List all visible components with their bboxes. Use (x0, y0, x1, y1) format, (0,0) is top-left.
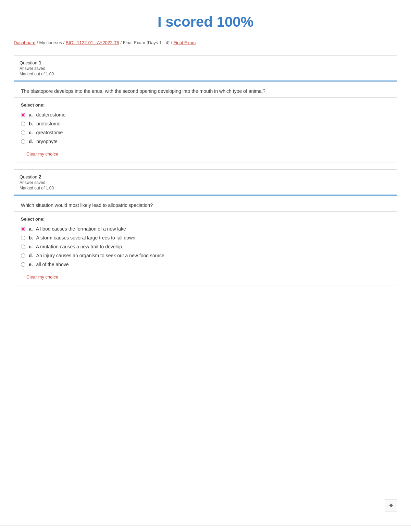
q1-option-b-label[interactable]: b. protostome (29, 121, 60, 126)
q2-option-b-radio[interactable] (21, 236, 25, 240)
question-1-body: The blastopore develops into the anus, w… (14, 81, 397, 162)
q2-option-b-label[interactable]: b. A storm causes several large trees to… (29, 235, 135, 240)
list-item[interactable]: b. A storm causes several large trees to… (21, 233, 390, 242)
page-footer (0, 525, 411, 532)
q2-clear-choice[interactable]: Clear my choice (26, 274, 58, 280)
breadcrumb-finalexam[interactable]: Final Exam (173, 40, 196, 45)
q1-option-c-radio[interactable] (21, 131, 25, 135)
list-item[interactable]: a. deuterostome (21, 110, 390, 119)
breadcrumb-mycourses: My courses (39, 40, 62, 45)
breadcrumb-sep-2: / (63, 40, 66, 45)
q2-option-c-label[interactable]: c. A mutation causes a new trait to deve… (29, 244, 123, 249)
q1-option-a-label[interactable]: a. deuterostome (29, 112, 65, 117)
question-2-number: Question 2 (20, 174, 391, 180)
list-item[interactable]: c. greatostome (21, 128, 390, 137)
q2-option-e-label[interactable]: e. all of the above (29, 262, 69, 267)
breadcrumb-sep-3: / (121, 40, 123, 45)
q1-option-d-label[interactable]: d. bryophyte (29, 139, 58, 144)
question-1-options: a. deuterostome b. protostome c. greatos… (14, 110, 397, 149)
q2-option-a-label[interactable]: a. A flood causes the formation of a new… (29, 226, 126, 232)
list-item[interactable]: c. A mutation causes a new trait to deve… (21, 242, 390, 251)
question-1-status: Answer saved (20, 66, 391, 71)
question-1-number: Question 1 (20, 60, 391, 65)
q1-option-b-radio[interactable] (21, 122, 25, 126)
q1-option-d-radio[interactable] (21, 139, 25, 144)
question-2-body: Which situation would most likely lead t… (14, 195, 397, 285)
list-item[interactable]: d. bryophyte (21, 137, 390, 146)
page-title: I scored 100% (0, 0, 411, 37)
q2-option-d-label[interactable]: d. An injury causes an organism to seek … (29, 253, 166, 258)
breadcrumb-course[interactable]: BIOL 1122-01 - AY2022-T5 (66, 40, 119, 45)
list-item[interactable]: b. protostome (21, 119, 390, 128)
q1-clear-choice[interactable]: Clear my choice (26, 151, 58, 157)
question-2-header: Question 2 Answer saved Marked out of 1.… (14, 170, 397, 195)
question-2-options: a. A flood causes the formation of a new… (14, 224, 397, 272)
question-2-text: Which situation would most likely lead t… (14, 196, 397, 212)
q2-option-a-radio[interactable] (21, 227, 25, 231)
q2-option-e-radio[interactable] (21, 262, 25, 267)
question-2-status: Answer saved (20, 180, 391, 185)
breadcrumb: Dashboard / My courses / BIOL 1122-01 - … (0, 37, 411, 48)
arrow-up-icon (388, 503, 394, 508)
question-2: Question 2 Answer saved Marked out of 1.… (14, 169, 397, 285)
breadcrumb-dashboard[interactable]: Dashboard (14, 40, 36, 45)
scroll-to-top-button[interactable] (385, 499, 397, 511)
list-item[interactable]: e. all of the above (21, 260, 390, 269)
question-1-header: Question 1 Answer saved Marked out of 1.… (14, 55, 397, 81)
question-2-select-label: Select one: (14, 212, 397, 224)
question-1-marks: Marked out of 1.00 (20, 72, 391, 76)
question-1-text: The blastopore develops into the anus, w… (14, 82, 397, 98)
question-2-marks: Marked out of 1.00 (20, 186, 391, 190)
q2-option-d-radio[interactable] (21, 253, 25, 258)
q1-option-a-radio[interactable] (21, 113, 25, 117)
question-1: Question 1 Answer saved Marked out of 1.… (14, 55, 397, 162)
question-1-select-label: Select one: (14, 98, 397, 110)
q1-option-c-label[interactable]: c. greatostome (29, 130, 63, 135)
list-item[interactable]: a. A flood causes the formation of a new… (21, 224, 390, 233)
q2-option-c-radio[interactable] (21, 245, 25, 249)
list-item[interactable]: d. An injury causes an organism to seek … (21, 251, 390, 260)
breadcrumb-finalexam-days: Final Exam {Days 1 - 4} (123, 40, 170, 45)
